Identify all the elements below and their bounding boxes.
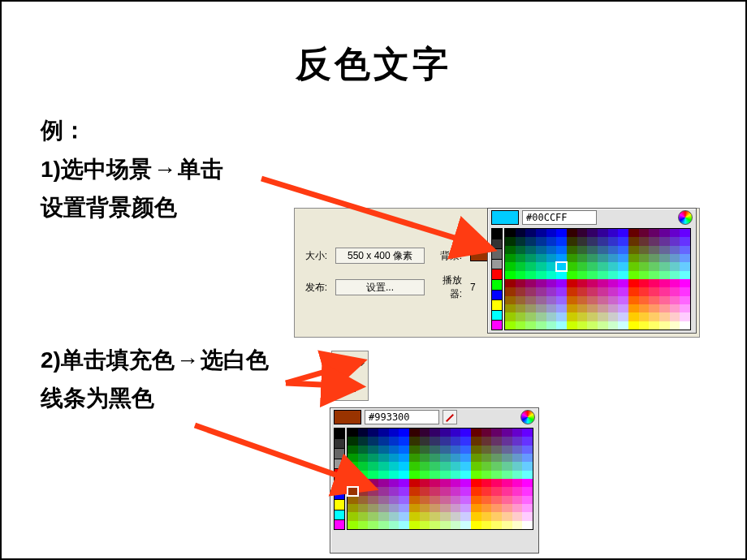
basic-color-cell[interactable]	[491, 269, 503, 279]
color-cell[interactable]	[639, 246, 650, 254]
no-color-icon[interactable]	[443, 410, 457, 424]
color-cell[interactable]	[399, 487, 409, 495]
color-cell[interactable]	[505, 287, 516, 295]
color-cell[interactable]	[546, 237, 557, 245]
color-cell[interactable]	[491, 437, 502, 445]
hex-input[interactable]	[522, 210, 597, 225]
color-cell[interactable]	[670, 246, 680, 254]
color-cell[interactable]	[471, 487, 481, 495]
color-cell[interactable]	[399, 512, 409, 520]
color-cell[interactable]	[598, 271, 608, 279]
color-cell[interactable]	[378, 462, 389, 470]
color-cell[interactable]	[368, 521, 378, 529]
color-cell[interactable]	[670, 237, 680, 245]
color-cell[interactable]	[670, 271, 680, 279]
color-cell[interactable]	[628, 287, 639, 295]
color-cell[interactable]	[460, 454, 471, 462]
color-cell[interactable]	[512, 437, 523, 445]
color-cell[interactable]	[451, 521, 461, 529]
color-cell[interactable]	[471, 462, 481, 470]
color-cell[interactable]	[348, 429, 358, 437]
color-cell[interactable]	[680, 304, 690, 312]
color-cell[interactable]	[491, 521, 502, 529]
color-cell[interactable]	[389, 454, 399, 462]
color-cell[interactable]	[389, 479, 399, 487]
basic-color-cell[interactable]	[334, 448, 345, 459]
color-cell[interactable]	[451, 487, 461, 495]
color-cell[interactable]	[420, 446, 430, 454]
color-cell[interactable]	[608, 296, 619, 304]
color-cell[interactable]	[491, 496, 502, 504]
color-cell[interactable]	[670, 287, 680, 295]
color-cell[interactable]	[440, 454, 451, 462]
color-cell[interactable]	[608, 262, 619, 270]
color-cell[interactable]	[348, 437, 358, 445]
basic-color-cell[interactable]	[334, 438, 345, 449]
color-cell[interactable]	[608, 237, 619, 245]
color-cell[interactable]	[430, 521, 440, 529]
basic-color-cell[interactable]	[491, 228, 503, 239]
color-cell[interactable]	[659, 304, 670, 312]
color-cell[interactable]	[451, 504, 461, 512]
color-cell[interactable]	[546, 287, 557, 295]
hex-input[interactable]	[365, 410, 439, 424]
color-cell[interactable]	[420, 462, 430, 470]
color-cell[interactable]	[536, 304, 546, 312]
color-cell[interactable]	[471, 471, 481, 479]
color-cell[interactable]	[481, 504, 492, 512]
color-cell[interactable]	[659, 312, 670, 321]
color-cell[interactable]	[430, 437, 440, 445]
color-cell[interactable]	[649, 262, 659, 270]
color-cell[interactable]	[389, 504, 399, 512]
color-cell[interactable]	[430, 462, 440, 470]
color-cell[interactable]	[536, 296, 546, 304]
color-cell[interactable]	[525, 287, 536, 295]
color-cell[interactable]	[608, 229, 619, 237]
color-cell[interactable]	[481, 487, 492, 495]
color-cell[interactable]	[536, 229, 546, 237]
color-cell[interactable]	[399, 471, 409, 479]
color-cell[interactable]	[628, 246, 639, 254]
color-cell[interactable]	[670, 254, 680, 262]
color-cell[interactable]	[556, 229, 567, 237]
color-cell[interactable]	[598, 246, 608, 254]
color-cell[interactable]	[598, 279, 608, 287]
color-cell[interactable]	[516, 262, 526, 270]
color-cell[interactable]	[618, 296, 628, 304]
color-cell[interactable]	[649, 279, 659, 287]
color-cell[interactable]	[420, 437, 430, 445]
color-cell[interactable]	[451, 446, 461, 454]
color-cell[interactable]	[512, 454, 523, 462]
color-cell[interactable]	[430, 454, 440, 462]
color-cell[interactable]	[409, 496, 420, 504]
color-cell[interactable]	[618, 321, 628, 330]
color-cell[interactable]	[460, 521, 471, 529]
color-cell[interactable]	[618, 312, 628, 321]
color-cell[interactable]	[516, 312, 526, 321]
color-cell[interactable]	[525, 321, 536, 330]
color-cell[interactable]	[460, 471, 471, 479]
color-cell[interactable]	[378, 487, 389, 495]
color-cell[interactable]	[522, 471, 533, 479]
color-cell[interactable]	[577, 237, 588, 245]
color-cell[interactable]	[399, 454, 409, 462]
color-cell[interactable]	[420, 487, 430, 495]
color-cell[interactable]	[348, 496, 358, 504]
color-cell[interactable]	[368, 504, 378, 512]
color-cell[interactable]	[639, 229, 650, 237]
color-cell[interactable]	[618, 254, 628, 262]
color-cell[interactable]	[680, 321, 690, 330]
color-cell[interactable]	[639, 312, 650, 321]
color-cell[interactable]	[649, 254, 659, 262]
color-cell[interactable]	[502, 437, 512, 445]
color-cell[interactable]	[567, 279, 577, 287]
fill-color-control[interactable]	[335, 378, 365, 396]
color-cell[interactable]	[577, 279, 588, 287]
color-cell[interactable]	[502, 504, 512, 512]
color-cell[interactable]	[512, 487, 523, 495]
color-cell[interactable]	[587, 237, 598, 245]
color-cell[interactable]	[522, 454, 533, 462]
color-cell[interactable]	[525, 312, 536, 321]
color-cell[interactable]	[502, 429, 512, 437]
color-cell[interactable]	[502, 462, 512, 470]
